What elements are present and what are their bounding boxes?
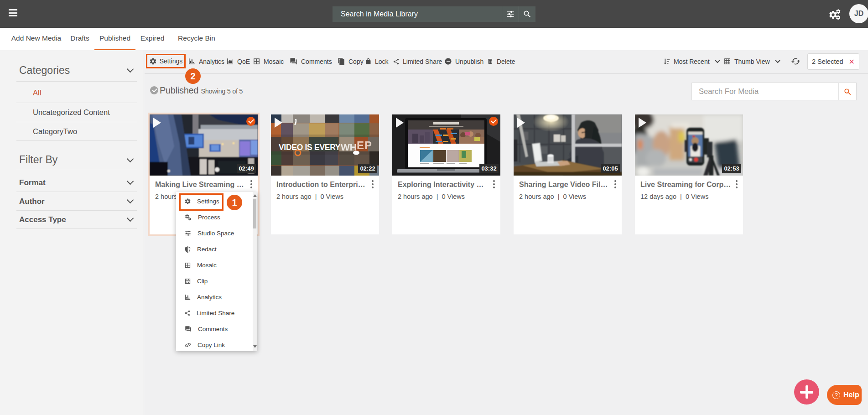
svg-text:VIDEO IS EVERY: VIDEO IS EVERY <box>279 143 341 152</box>
svg-text:EP: EP <box>357 139 372 151</box>
svg-text:WH: WH <box>341 142 357 152</box>
